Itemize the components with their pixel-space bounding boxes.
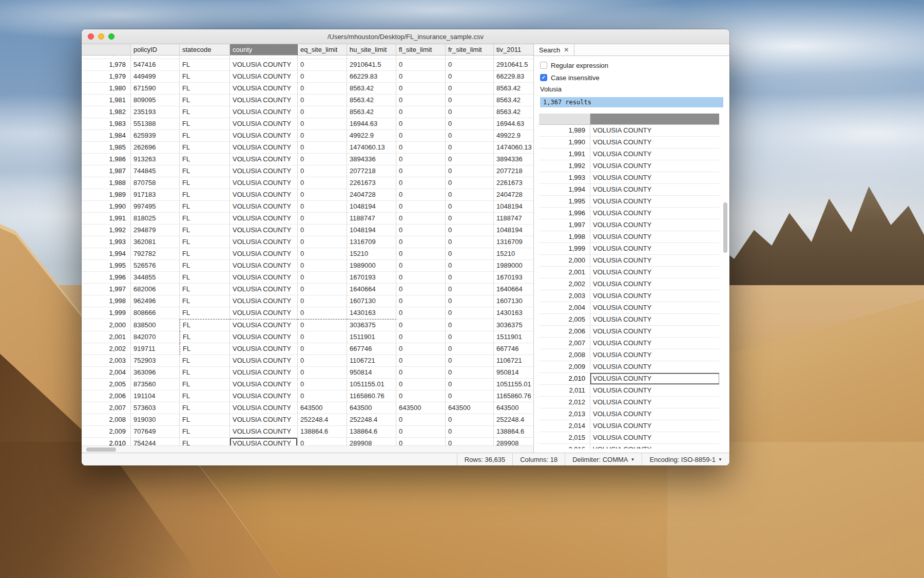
cell[interactable]: VOLUSIA COUNTY [590, 219, 719, 231]
cell[interactable]: 0 [446, 55, 494, 59]
cell[interactable]: VOLUSIA COUNTY [230, 260, 298, 272]
cell[interactable]: 0 [298, 272, 347, 284]
cell[interactable]: 8563.42 [347, 95, 396, 106]
row-number[interactable]: 1,997 [539, 219, 590, 231]
cell[interactable]: VOLUSIA COUNTY [230, 307, 298, 319]
cell[interactable]: 0 [446, 355, 494, 367]
cell[interactable]: 2910641.5 [347, 59, 396, 71]
cell[interactable]: 1430163 [347, 307, 396, 319]
cell[interactable]: 0 [446, 95, 494, 106]
row-number[interactable]: 1,979 [82, 71, 131, 83]
cell[interactable]: 643500 [298, 402, 347, 414]
cell[interactable]: 0 [298, 260, 347, 272]
row-number[interactable]: 2,004 [82, 367, 131, 379]
cell[interactable]: VOLUSIA COUNTY [590, 338, 719, 349]
row-number-header[interactable] [82, 44, 131, 55]
cell[interactable]: VOLUSIA COUNTY [590, 290, 719, 302]
row-number[interactable]: 1,989 [82, 189, 131, 201]
cell[interactable]: 643500 [347, 402, 396, 414]
row-number[interactable]: 1,992 [82, 225, 131, 236]
cell[interactable]: FL [180, 319, 230, 331]
cell[interactable]: 0 [396, 319, 446, 331]
row-number[interactable]: 2,006 [82, 390, 131, 402]
cell[interactable]: 913263 [131, 154, 180, 165]
cell[interactable]: VOLUSIA COUNTY [230, 319, 298, 331]
row-number[interactable]: 1,988 [82, 177, 131, 189]
row-number[interactable]: 2,010 [539, 373, 590, 385]
row-number[interactable]: 2,003 [82, 355, 131, 367]
cell[interactable]: FL [180, 154, 230, 165]
cell[interactable]: VOLUSIA COUNTY [590, 373, 719, 385]
cell[interactable]: 547416 [131, 59, 180, 71]
cell[interactable]: 1989000 [494, 260, 533, 272]
cell[interactable]: 1670193 [494, 272, 533, 284]
cell[interactable]: VOLUSIA COUNTY [230, 106, 298, 118]
cell[interactable]: 0 [446, 367, 494, 379]
cell[interactable]: 643500 [446, 402, 494, 414]
cell[interactable]: 252248.4 [347, 414, 396, 426]
cell[interactable]: 1316709 [347, 236, 396, 248]
column-header-hu_site_limit[interactable]: hu_site_limit [347, 44, 396, 55]
cell[interactable]: 3036375 [347, 319, 396, 331]
row-number[interactable]: 1,981 [82, 95, 131, 106]
cell[interactable]: 0 [298, 236, 347, 248]
cell[interactable]: 0 [298, 118, 347, 130]
cell[interactable]: FL [180, 201, 230, 213]
cell[interactable]: VOLUSIA COUNTY [590, 160, 719, 172]
cell[interactable]: FL [180, 414, 230, 426]
cell[interactable]: FL [180, 95, 230, 106]
row-number[interactable]: 1,998 [82, 295, 131, 307]
row-number[interactable]: 1,982 [82, 106, 131, 118]
window-titlebar[interactable]: /Users/mhouston/Desktop/FL_insurance_sam… [82, 29, 729, 44]
cell[interactable]: FL [180, 284, 230, 295]
cell[interactable]: 0 [396, 213, 446, 225]
cell[interactable]: 0 [446, 390, 494, 402]
row-number[interactable]: 1,996 [82, 272, 131, 284]
cell[interactable]: 0 [446, 272, 494, 284]
cell[interactable]: VOLUSIA COUNTY [230, 284, 298, 295]
cell[interactable]: 0 [396, 165, 446, 177]
cell[interactable]: 0 [396, 248, 446, 260]
cell[interactable]: FL [180, 225, 230, 236]
row-number[interactable]: 1,978 [82, 59, 131, 71]
cell[interactable]: VOLUSIA COUNTY [590, 420, 719, 432]
cell[interactable]: 3894336 [347, 154, 396, 165]
cell[interactable]: 526576 [131, 260, 180, 272]
cell[interactable]: VOLUSIA COUNTY [230, 367, 298, 379]
cell[interactable]: 2261673 [494, 177, 533, 189]
cell[interactable]: 0 [396, 106, 446, 118]
row-number[interactable]: 1,995 [82, 260, 131, 272]
cell[interactable]: VOLUSIA COUNTY [230, 331, 298, 343]
cell[interactable]: 16944.63 [347, 118, 396, 130]
cell[interactable]: 8563.42 [494, 83, 533, 95]
cell[interactable]: FL [180, 295, 230, 307]
cell[interactable]: 917183 [131, 189, 180, 201]
cell[interactable]: VOLUSIA COUNTY [230, 71, 298, 83]
cell[interactable]: 138864.6 [298, 426, 347, 438]
cell[interactable]: 66229.83 [347, 71, 396, 83]
cell[interactable]: 0 [446, 213, 494, 225]
cell[interactable]: VOLUSIA COUNTY [590, 184, 719, 196]
row-number[interactable]: 2,005 [82, 379, 131, 390]
cell[interactable]: VOLUSIA COUNTY [590, 408, 719, 420]
zoom-window-button[interactable] [108, 33, 114, 40]
cell[interactable]: 0 [446, 165, 494, 177]
cell[interactable]: 0 [446, 59, 494, 71]
cell[interactable]: 0 [396, 177, 446, 189]
cell[interactable]: 2404728 [494, 189, 533, 201]
row-number[interactable]: 1,995 [539, 196, 590, 208]
cell[interactable]: 0 [446, 225, 494, 236]
tab-search[interactable]: Search ✕ [534, 44, 574, 55]
cell[interactable]: 0 [298, 307, 347, 319]
cell[interactable]: 0 [396, 55, 446, 59]
cell[interactable]: 0 [446, 118, 494, 130]
encoding-dropdown[interactable]: Encoding: ISO-8859-1 ▼ [642, 453, 729, 465]
cell[interactable]: 671590 [131, 83, 180, 95]
cell[interactable]: 0 [446, 343, 494, 355]
row-number[interactable]: 2,001 [539, 267, 590, 278]
cell[interactable]: 573603 [131, 402, 180, 414]
row-number[interactable]: 1,977 [82, 55, 131, 59]
cell[interactable]: 0 [298, 225, 347, 236]
horizontal-scrollbar[interactable] [82, 445, 533, 453]
cell[interactable]: 1511901 [494, 331, 533, 343]
